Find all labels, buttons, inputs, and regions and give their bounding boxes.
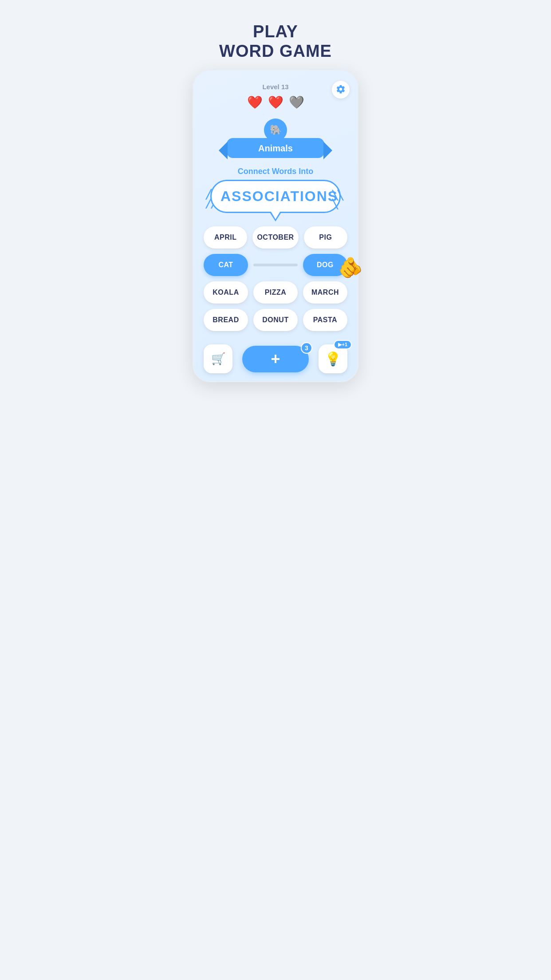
- word-bread[interactable]: BREAD: [204, 309, 248, 331]
- word-row-3: KOALA PIZZA MARCH: [204, 281, 347, 304]
- word-row-2: CAT DOG 🫵: [204, 254, 347, 276]
- word-koala[interactable]: KOALA: [204, 281, 248, 304]
- word-pig[interactable]: PIG: [304, 226, 347, 249]
- add-count-badge: 3: [301, 342, 312, 354]
- shop-icon: 🛒: [211, 352, 225, 366]
- hint-button-container: 💡 ▶+1: [319, 344, 347, 373]
- word-pasta[interactable]: PASTA: [303, 309, 347, 331]
- word-row-4: BREAD DONUT PASTA: [204, 309, 347, 331]
- level-text: Level 13: [262, 83, 288, 91]
- connection-line: [253, 264, 298, 266]
- hearts-row: ❤️ ❤️ 🩶: [201, 95, 350, 110]
- level-display: Level 13: [262, 83, 288, 91]
- word-dog[interactable]: DOG: [303, 254, 347, 276]
- shop-button[interactable]: 🛒: [204, 344, 232, 373]
- connect-prompt: Connect Words Into: [201, 167, 350, 176]
- hint-badge: ▶+1: [334, 340, 352, 349]
- speech-bubble: ASSOCIATIONS: [210, 180, 341, 213]
- word-donut[interactable]: DONUT: [253, 309, 298, 331]
- page-title: PLAY WORD GAME: [184, 9, 367, 70]
- add-button[interactable]: +: [242, 346, 309, 372]
- word-grid: APRIL OCTOBER PIG CAT DOG 🫵 KOALA PIZZA …: [201, 226, 350, 331]
- word-april[interactable]: APRIL: [204, 226, 247, 249]
- category-badge: 🐘 Animals: [227, 119, 324, 158]
- gear-icon: [336, 84, 346, 95]
- screen: PLAY WORD GAME Level 13 ❤️ ❤️ 🩶: [184, 9, 367, 382]
- word-row-1: APRIL OCTOBER PIG: [204, 226, 347, 249]
- elephant-icon: 🐘: [270, 124, 282, 136]
- heart-3: 🩶: [289, 95, 304, 110]
- word-october[interactable]: OCTOBER: [252, 226, 298, 249]
- phone-frame: Level 13 ❤️ ❤️ 🩶 🐘 Animals Conn: [193, 70, 358, 382]
- word-cat[interactable]: CAT: [204, 254, 248, 276]
- word-march[interactable]: MARCH: [303, 281, 347, 304]
- header-row: Level 13: [201, 83, 350, 91]
- word-pizza[interactable]: PIZZA: [253, 281, 298, 304]
- category-icon-circle: 🐘: [264, 119, 287, 142]
- heart-1: ❤️: [247, 95, 263, 110]
- bottom-bar: 🛒 + 3 💡 ▶+1: [201, 340, 350, 373]
- hint-icon: 💡: [325, 351, 341, 367]
- sparkle-right-icon: ╲╲╲: [332, 191, 343, 209]
- bubble-text: ASSOCIATIONS: [220, 188, 338, 204]
- add-icon: +: [271, 351, 280, 367]
- add-button-container: + 3: [242, 346, 309, 372]
- heart-2: ❤️: [268, 95, 283, 110]
- hint-badge-text: ▶+1: [338, 342, 347, 348]
- speech-bubble-container: ╱╱╱ ASSOCIATIONS ╲╲╲: [210, 180, 341, 213]
